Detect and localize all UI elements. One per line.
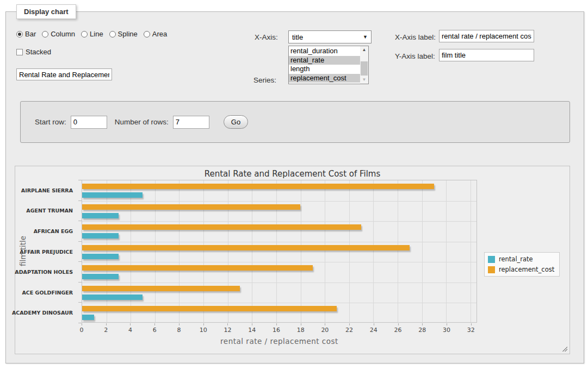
- y-tick-mark: [78, 241, 82, 242]
- page: { "fieldset": { "legend": "Display chart…: [0, 0, 588, 370]
- x-tick-label: 24: [370, 327, 377, 334]
- x-tick-mark: [447, 323, 447, 325]
- stacked-option[interactable]: Stacked: [16, 48, 51, 56]
- chart-legend: rental_ratereplacement_cost: [484, 252, 560, 277]
- gridline-vertical: [107, 180, 107, 322]
- x-tick-mark: [471, 323, 472, 325]
- legend-label: rental_rate: [499, 255, 533, 263]
- gridline-horizontal: [82, 283, 476, 283]
- series-option-replacement_cost[interactable]: replacement_cost: [289, 74, 360, 83]
- series-scrollbar[interactable]: ▲ ▼: [360, 46, 368, 84]
- series-multiselect[interactable]: rental_durationrental_ratelengthreplacem…: [288, 46, 369, 84]
- fieldset-legend: Display chart: [16, 4, 76, 19]
- gridline-vertical: [422, 180, 423, 322]
- chart-type-radio-line[interactable]: Line: [81, 30, 103, 38]
- bar-replacement_cost: [82, 224, 361, 230]
- chart-title-input[interactable]: [16, 68, 112, 80]
- chart-type-radio-label: Bar: [25, 30, 36, 38]
- gridline-vertical: [301, 180, 301, 322]
- y-tick-label: AFRICAN EGG: [34, 228, 73, 234]
- x-axis-title: rental rate / replacement cost: [82, 337, 477, 346]
- x-tick-label: 14: [248, 327, 256, 334]
- chart-type-radio-label: Spline: [118, 30, 138, 38]
- y-tick-mark: [78, 180, 82, 180]
- start-row-input[interactable]: [71, 116, 107, 129]
- legend-swatch-icon: [488, 266, 495, 273]
- bar-replacement_cost: [82, 204, 300, 210]
- y-axis-label-field-label: Y-Axis label:: [395, 52, 435, 60]
- chart-type-radio-bar[interactable]: Bar: [16, 30, 36, 38]
- scroll-up-icon[interactable]: ▲: [360, 46, 368, 54]
- scroll-down-icon[interactable]: ▼: [360, 76, 368, 84]
- gridline-vertical: [179, 180, 180, 322]
- x-tick-label: 2: [104, 327, 108, 334]
- legend-label: replacement_cost: [499, 266, 554, 273]
- y-axis-label-input[interactable]: [439, 49, 534, 61]
- gridline-vertical: [203, 180, 204, 322]
- x-tick-mark: [422, 323, 423, 325]
- x-tick-mark: [252, 323, 252, 325]
- gridline-vertical: [471, 180, 471, 322]
- x-tick-mark: [276, 323, 277, 325]
- legend-item-replacement_cost: replacement_cost: [488, 266, 554, 273]
- x-tick-label: 30: [443, 327, 450, 334]
- x-tick-label: 10: [200, 327, 207, 334]
- x-tick-mark: [227, 323, 228, 325]
- chart-type-radio-column[interactable]: Column: [42, 30, 75, 38]
- bar-rental_rate: [82, 274, 119, 279]
- bar-replacement_cost: [82, 306, 337, 311]
- x-tick-label: 32: [467, 327, 475, 334]
- stacked-checkbox[interactable]: [16, 49, 23, 55]
- bar-rental_rate: [82, 213, 119, 218]
- plot-grid: [82, 180, 477, 323]
- x-axis-select-label: X-Axis:: [255, 33, 278, 41]
- x-axis-label-field-label: X-Axis label:: [395, 33, 436, 41]
- radio-icon[interactable]: [16, 31, 23, 37]
- chart-type-radio-label: Area: [152, 30, 167, 38]
- series-option-rental_duration[interactable]: rental_duration: [289, 47, 360, 56]
- go-button[interactable]: Go: [224, 115, 248, 129]
- x-tick-label: 0: [80, 327, 84, 334]
- gridline-horizontal: [82, 242, 476, 242]
- gridline-vertical: [325, 180, 325, 322]
- y-axis-title: film title: [18, 236, 27, 266]
- bar-rental_rate: [82, 192, 143, 198]
- x-axis-label-input[interactable]: [439, 30, 534, 42]
- gridline-vertical: [228, 180, 228, 322]
- radio-icon[interactable]: [81, 31, 88, 37]
- chart-type-radio-label: Column: [51, 30, 75, 38]
- scrollbar-thumb[interactable]: [361, 61, 368, 76]
- y-tick-label: AGENT TRUMAN: [26, 208, 73, 214]
- chart-title: Rental Rate and Replacement Cost of Film…: [15, 169, 570, 179]
- x-tick-mark: [301, 323, 301, 325]
- legend-swatch-icon: [488, 256, 495, 263]
- radio-icon[interactable]: [42, 31, 48, 37]
- x-tick-mark: [349, 323, 350, 325]
- bar-replacement_cost: [82, 245, 410, 250]
- resize-handle-icon[interactable]: [561, 346, 567, 352]
- radio-icon[interactable]: [144, 31, 150, 37]
- x-axis-select[interactable]: title ▼: [288, 30, 372, 43]
- x-tick-mark: [398, 323, 399, 325]
- gridline-horizontal: [82, 262, 476, 262]
- chevron-down-icon: ▼: [363, 34, 368, 40]
- y-tick-mark: [78, 261, 82, 262]
- y-tick-label: AFFAIR PREJUDICE: [20, 248, 73, 254]
- chart-type-radio-area[interactable]: Area: [144, 30, 167, 38]
- radio-icon[interactable]: [109, 31, 116, 37]
- x-tick-mark: [82, 323, 82, 325]
- x-tick-mark: [325, 323, 325, 325]
- gridline-horizontal: [82, 221, 476, 222]
- series-options: rental_durationrental_ratelengthreplacem…: [289, 47, 360, 83]
- gridline-vertical: [131, 180, 131, 322]
- gridline-vertical: [276, 180, 277, 322]
- series-option-length[interactable]: length: [289, 65, 360, 74]
- x-axis: 02468101214161820222426283032: [82, 323, 477, 337]
- gridline-vertical: [349, 180, 350, 322]
- x-tick-mark: [374, 323, 374, 325]
- chart-type-radio-label: Line: [90, 30, 103, 38]
- series-option-rental_rate[interactable]: rental_rate: [289, 56, 360, 65]
- number-of-rows-input[interactable]: [173, 116, 209, 129]
- chart-type-radio-spline[interactable]: Spline: [109, 30, 138, 38]
- x-tick-label: 12: [224, 327, 231, 334]
